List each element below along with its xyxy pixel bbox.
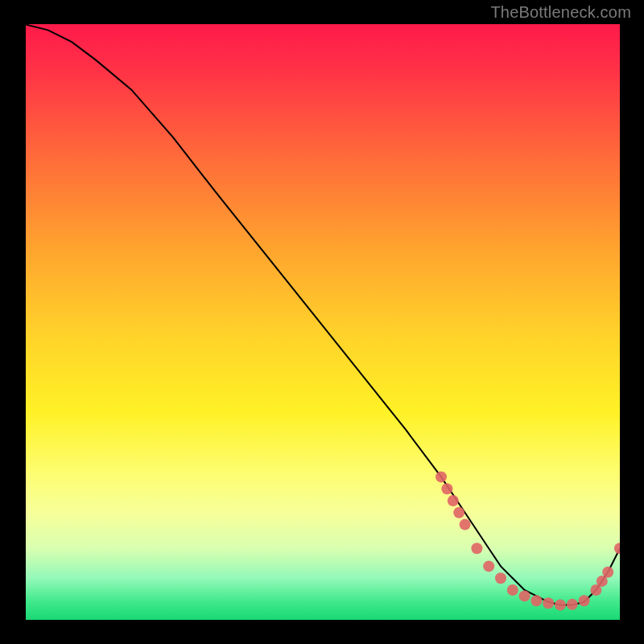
- data-point: [567, 599, 578, 610]
- data-point: [614, 543, 620, 554]
- data-point: [519, 590, 530, 601]
- data-point: [555, 600, 566, 611]
- watermark-text: TheBottleneck.com: [490, 3, 631, 22]
- data-point: [543, 597, 554, 609]
- data-point: [448, 495, 459, 506]
- data-point: [602, 567, 613, 578]
- data-point: [460, 519, 471, 530]
- data-point: [483, 560, 494, 572]
- data-point: [471, 543, 482, 554]
- data-curve: [24, 24, 620, 605]
- data-point: [507, 584, 518, 596]
- data-point: [495, 572, 506, 584]
- data-markers: [436, 471, 620, 610]
- data-point: [579, 595, 590, 606]
- data-point: [441, 483, 452, 494]
- chart-svg: [24, 24, 620, 620]
- data-point: [436, 471, 447, 482]
- data-point: [530, 595, 542, 606]
- data-point: [453, 507, 464, 518]
- plot-area: [24, 24, 620, 620]
